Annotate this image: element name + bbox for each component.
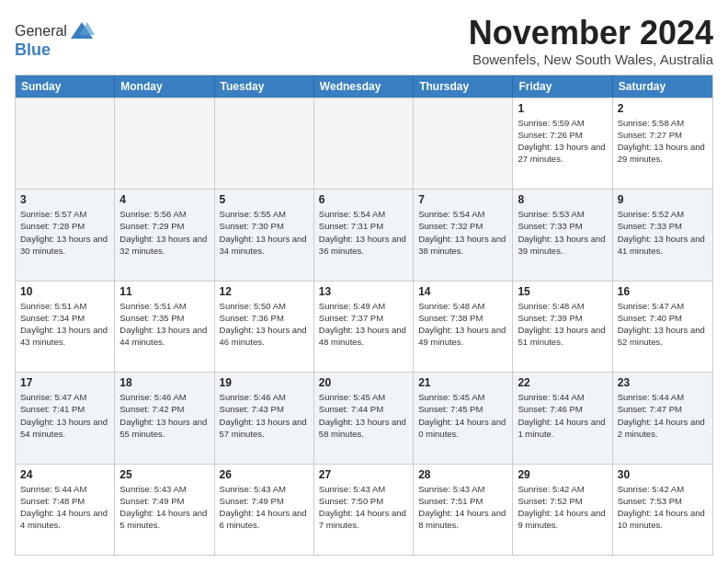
day-number: 4: [119, 193, 209, 206]
cal-cell-4-2: 26 Sunrise: 5:43 AMSunset: 7:49 PMDaylig…: [215, 465, 314, 555]
page: General Blue November 2024 Bowenfels, Ne…: [0, 0, 728, 563]
day-number: 2: [618, 102, 708, 115]
day-number: 9: [618, 193, 708, 206]
day-number: 15: [518, 285, 607, 298]
week-row-4: 24 Sunrise: 5:44 AMSunset: 7:48 PMDaylig…: [16, 464, 712, 555]
title-block: November 2024 Bowenfels, New South Wales…: [469, 15, 713, 67]
cal-cell-2-4: 14 Sunrise: 5:48 AMSunset: 7:38 PMDaylig…: [414, 282, 513, 372]
day-number: 6: [319, 193, 408, 206]
cal-cell-3-3: 20 Sunrise: 5:45 AMSunset: 7:44 PMDaylig…: [314, 373, 414, 463]
day-info: Sunrise: 5:47 AMSunset: 7:40 PMDaylight:…: [618, 300, 708, 349]
day-number: 25: [119, 468, 209, 481]
day-info: Sunrise: 5:43 AMSunset: 7:51 PMDaylight:…: [418, 483, 507, 532]
day-number: 30: [618, 468, 708, 481]
day-number: 27: [319, 468, 408, 481]
cal-cell-2-3: 13 Sunrise: 5:49 AMSunset: 7:37 PMDaylig…: [314, 282, 414, 372]
day-info: Sunrise: 5:51 AMSunset: 7:35 PMDaylight:…: [119, 300, 209, 349]
day-info: Sunrise: 5:59 AMSunset: 7:26 PMDaylight:…: [518, 117, 607, 166]
cal-cell-0-5: 1 Sunrise: 5:59 AMSunset: 7:26 PMDayligh…: [513, 98, 612, 189]
weekday-sunday: Sunday: [16, 75, 115, 98]
day-info: Sunrise: 5:45 AMSunset: 7:44 PMDaylight:…: [319, 391, 408, 440]
day-number: 26: [220, 468, 309, 481]
day-number: 14: [418, 285, 507, 298]
week-row-2: 10 Sunrise: 5:51 AMSunset: 7:34 PMDaylig…: [16, 281, 712, 372]
day-info: Sunrise: 5:44 AMSunset: 7:48 PMDaylight:…: [20, 483, 109, 532]
cal-cell-4-0: 24 Sunrise: 5:44 AMSunset: 7:48 PMDaylig…: [16, 465, 115, 555]
day-info: Sunrise: 5:54 AMSunset: 7:31 PMDaylight:…: [319, 208, 408, 257]
calendar: Sunday Monday Tuesday Wednesday Thursday…: [15, 75, 713, 556]
logo-icon: [69, 18, 95, 44]
day-info: Sunrise: 5:43 AMSunset: 7:49 PMDaylight:…: [220, 483, 309, 532]
week-row-1: 3 Sunrise: 5:57 AMSunset: 7:28 PMDayligh…: [16, 189, 712, 280]
day-info: Sunrise: 5:42 AMSunset: 7:52 PMDaylight:…: [518, 483, 607, 532]
calendar-header: Sunday Monday Tuesday Wednesday Thursday…: [16, 75, 712, 98]
day-info: Sunrise: 5:50 AMSunset: 7:36 PMDaylight:…: [220, 300, 309, 349]
cal-cell-0-2: [215, 98, 314, 189]
day-number: 11: [119, 285, 209, 298]
weekday-saturday: Saturday: [613, 75, 712, 98]
header: General Blue November 2024 Bowenfels, Ne…: [15, 15, 713, 67]
cal-cell-3-2: 19 Sunrise: 5:46 AMSunset: 7:43 PMDaylig…: [215, 373, 314, 463]
day-info: Sunrise: 5:44 AMSunset: 7:47 PMDaylight:…: [618, 391, 708, 440]
day-info: Sunrise: 5:51 AMSunset: 7:34 PMDaylight:…: [20, 300, 109, 349]
cal-cell-0-1: [115, 98, 214, 189]
day-info: Sunrise: 5:42 AMSunset: 7:53 PMDaylight:…: [618, 483, 708, 532]
cal-cell-2-2: 12 Sunrise: 5:50 AMSunset: 7:36 PMDaylig…: [215, 282, 314, 372]
day-number: 24: [20, 468, 109, 481]
cal-cell-0-6: 2 Sunrise: 5:58 AMSunset: 7:27 PMDayligh…: [613, 98, 712, 189]
cal-cell-1-6: 9 Sunrise: 5:52 AMSunset: 7:33 PMDayligh…: [613, 190, 712, 280]
day-number: 16: [618, 285, 708, 298]
cal-cell-3-0: 17 Sunrise: 5:47 AMSunset: 7:41 PMDaylig…: [16, 373, 115, 463]
day-info: Sunrise: 5:46 AMSunset: 7:43 PMDaylight:…: [220, 391, 309, 440]
day-number: 19: [220, 376, 309, 389]
cal-cell-3-1: 18 Sunrise: 5:46 AMSunset: 7:42 PMDaylig…: [115, 373, 214, 463]
cal-cell-1-3: 6 Sunrise: 5:54 AMSunset: 7:31 PMDayligh…: [314, 190, 414, 280]
cal-cell-3-5: 22 Sunrise: 5:44 AMSunset: 7:46 PMDaylig…: [513, 373, 612, 463]
weekday-friday: Friday: [513, 75, 612, 98]
cal-cell-4-1: 25 Sunrise: 5:43 AMSunset: 7:49 PMDaylig…: [115, 465, 214, 555]
day-number: 17: [20, 376, 109, 389]
weekday-monday: Monday: [115, 75, 214, 98]
day-info: Sunrise: 5:52 AMSunset: 7:33 PMDaylight:…: [618, 208, 708, 257]
day-info: Sunrise: 5:44 AMSunset: 7:46 PMDaylight:…: [518, 391, 607, 440]
cal-cell-2-0: 10 Sunrise: 5:51 AMSunset: 7:34 PMDaylig…: [16, 282, 115, 372]
cal-cell-4-4: 28 Sunrise: 5:43 AMSunset: 7:51 PMDaylig…: [414, 465, 513, 555]
day-info: Sunrise: 5:49 AMSunset: 7:37 PMDaylight:…: [319, 300, 408, 349]
cal-cell-1-5: 8 Sunrise: 5:53 AMSunset: 7:33 PMDayligh…: [513, 190, 612, 280]
week-row-0: 1 Sunrise: 5:59 AMSunset: 7:26 PMDayligh…: [16, 98, 712, 189]
day-info: Sunrise: 5:47 AMSunset: 7:41 PMDaylight:…: [20, 391, 109, 440]
day-info: Sunrise: 5:56 AMSunset: 7:29 PMDaylight:…: [119, 208, 209, 257]
day-number: 10: [20, 285, 109, 298]
cal-cell-4-5: 29 Sunrise: 5:42 AMSunset: 7:52 PMDaylig…: [513, 465, 612, 555]
day-number: 12: [220, 285, 309, 298]
cal-cell-1-0: 3 Sunrise: 5:57 AMSunset: 7:28 PMDayligh…: [16, 190, 115, 280]
cal-cell-2-5: 15 Sunrise: 5:48 AMSunset: 7:39 PMDaylig…: [513, 282, 612, 372]
day-number: 22: [518, 376, 607, 389]
day-info: Sunrise: 5:43 AMSunset: 7:49 PMDaylight:…: [119, 483, 209, 532]
day-number: 7: [418, 193, 507, 206]
day-info: Sunrise: 5:48 AMSunset: 7:39 PMDaylight:…: [518, 300, 607, 349]
cal-cell-1-1: 4 Sunrise: 5:56 AMSunset: 7:29 PMDayligh…: [115, 190, 214, 280]
weekday-wednesday: Wednesday: [314, 75, 414, 98]
cal-cell-4-3: 27 Sunrise: 5:43 AMSunset: 7:50 PMDaylig…: [314, 465, 414, 555]
logo-general-text: General: [15, 23, 67, 40]
month-title: November 2024: [469, 15, 713, 52]
day-number: 20: [319, 376, 408, 389]
logo: General Blue: [15, 18, 95, 60]
day-info: Sunrise: 5:54 AMSunset: 7:32 PMDaylight:…: [418, 208, 507, 257]
cal-cell-0-3: [314, 98, 414, 189]
weekday-thursday: Thursday: [414, 75, 513, 98]
day-number: 23: [618, 376, 708, 389]
day-info: Sunrise: 5:43 AMSunset: 7:50 PMDaylight:…: [319, 483, 408, 532]
day-number: 18: [119, 376, 209, 389]
cal-cell-2-1: 11 Sunrise: 5:51 AMSunset: 7:35 PMDaylig…: [115, 282, 214, 372]
cal-cell-4-6: 30 Sunrise: 5:42 AMSunset: 7:53 PMDaylig…: [613, 465, 712, 555]
day-number: 1: [518, 102, 607, 115]
location: Bowenfels, New South Wales, Australia: [469, 52, 713, 67]
day-info: Sunrise: 5:55 AMSunset: 7:30 PMDaylight:…: [220, 208, 309, 257]
day-number: 28: [418, 468, 507, 481]
day-number: 5: [220, 193, 309, 206]
cal-cell-0-4: [414, 98, 513, 189]
cal-cell-3-4: 21 Sunrise: 5:45 AMSunset: 7:45 PMDaylig…: [414, 373, 513, 463]
day-info: Sunrise: 5:58 AMSunset: 7:27 PMDaylight:…: [618, 117, 708, 166]
